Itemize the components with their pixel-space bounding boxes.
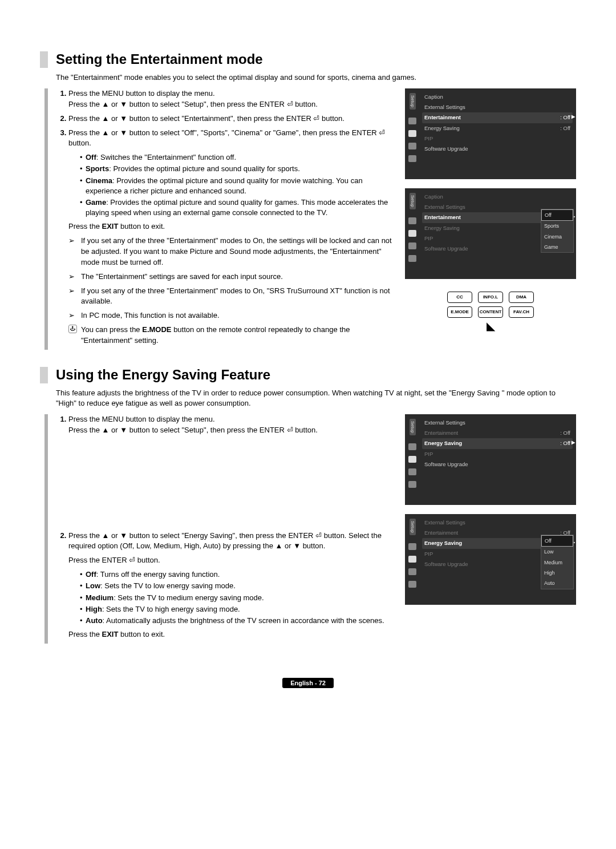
energy-dropdown[interactable]: OffLowMediumHighAuto [541,535,574,589]
osd-icon [408,581,416,588]
menu-row[interactable]: External Settings [422,102,573,112]
s1-note1: If you set any of the three "Entertainme… [68,236,395,268]
dropdown-option[interactable]: Low [541,547,573,557]
s2-step2b: Press the ENTER ⏎ button. [68,555,395,566]
menu-row[interactable]: Energy Saving: Off▶ [422,438,573,448]
s1-note4: In PC mode, This function is not availab… [68,310,395,321]
menu-row[interactable]: Software Upgrade [422,459,573,470]
osd-entertainment-1: Setup CaptionExternal SettingsEntertainm… [405,88,576,179]
osd-icon [408,568,416,575]
osd-icon [408,217,416,224]
menu-row[interactable]: PIP [422,134,573,144]
section1-text: Press the MENU button to display the men… [44,88,395,350]
osd-icon [408,481,416,488]
remote-button-content: CONTENT [478,306,503,318]
s2-bullet-high: High: Sets the TV to high energy saving … [80,604,395,614]
remote-illustration: CCINFO.LDMA E.MODECONTENTFAV.CH ◣ [405,288,576,335]
dropdown-option[interactable]: Off [541,209,573,221]
s1-step1b: Press the ▲ or ▼ button to select "Setup… [68,100,318,108]
osd-icon [408,468,416,475]
osd-icon [408,118,416,124]
menu-row[interactable]: PIP [422,449,573,459]
s1-step3: Press the ▲ or ▼ button to select "Off",… [68,128,385,148]
gear-icon [408,456,416,463]
s2-step1b: Press the ▲ or ▼ button to select "Setup… [68,426,318,434]
s1-bullet-cinema: Cinema: Provides the optimal picture and… [80,176,395,196]
osd1-side-label: Setup [410,93,416,110]
dropdown-option[interactable]: Medium [541,557,573,568]
s1-note2: The "Entertainment" settings are saved f… [68,272,395,282]
menu-row[interactable]: Energy Saving: Off [422,123,573,134]
osd-energy-2: Setup External SettingsEntertainment: Of… [405,514,576,605]
dropdown-option[interactable]: Cinema [541,232,573,242]
menu-row[interactable]: Software Upgrade [422,144,573,154]
s1-note5: You can press the E.MODE button on the r… [68,325,395,346]
remote-button-favch: FAV.CH [509,306,534,318]
s2-bullet-off: Off: Turns off the energy saving functio… [80,569,395,580]
remote-button-emode: E.MODE [447,306,472,318]
s1-step2: Press the ▲ or ▼ button to select "Enter… [68,114,345,123]
dropdown-option[interactable]: High [541,568,573,578]
osd-icon [408,543,416,550]
osd-icon [408,143,416,149]
osd-energy-1: Setup External SettingsEntertainment: Of… [405,414,576,505]
s2-bullet-med: Medium: Sets the TV to medium energy sav… [80,593,395,603]
osd3-side-label: Setup [410,419,416,435]
s1-bullet-off: Off: Switches the "Entertainment" functi… [80,152,395,163]
section2-intro: This feature adjusts the brightness of t… [56,388,576,409]
dropdown-option[interactable]: Auto [541,578,573,588]
s1-exit: Press the EXIT button to exit. [68,221,395,232]
s2-step2: Press the ▲ or ▼ button to select "Energ… [68,531,382,551]
dropdown-option[interactable]: Sports [541,221,573,231]
section2-text: Press the MENU button to display the men… [44,414,395,644]
s2-exit: Press the EXIT button to exit. [68,629,395,640]
menu-row[interactable]: Caption [422,92,573,102]
s1-step1a: Press the MENU button to display the men… [68,89,215,98]
remote-button-cc: CC [447,292,472,303]
gear-icon [408,230,416,237]
osd-icon [408,242,416,249]
pointer-icon: ◣ [487,320,495,331]
remote-button-infol: INFO.L [478,292,503,303]
osd-entertainment-2: Setup CaptionExternal SettingsEntertainm… [405,188,576,279]
osd2-side-label: Setup [410,193,416,209]
s2-bullet-auto: Auto: Automatically adjusts the brightne… [80,616,395,626]
remote-button-dma: DMA [509,292,534,303]
section1-intro: The "Entertainment" mode enables you to … [56,72,576,83]
osd-icon [408,443,416,450]
osd-icon [408,255,416,262]
gear-icon [408,556,416,563]
s2-step1a: Press the MENU button to display the men… [68,415,215,423]
menu-row[interactable]: External Settings [422,518,573,528]
s1-bullet-game: Game: Provides the optimal picture and s… [80,197,395,218]
s2-bullet-low: Low: Sets the TV to low energy saving mo… [80,581,395,591]
osd4-side-label: Setup [410,519,416,535]
menu-row[interactable]: Caption [422,192,573,202]
gear-icon [408,130,416,137]
entertainment-dropdown[interactable]: OffSportsCinemaGame [541,209,574,253]
dropdown-option[interactable]: Game [541,242,573,252]
menu-row[interactable]: External Settings [422,418,573,428]
section1-title: Setting the Entertainment mode [40,51,576,68]
section2-title: Using the Energy Saving Feature [40,367,576,383]
page-footer: English - 72 [282,678,334,688]
osd-icon [408,155,416,162]
menu-row[interactable]: Entertainment: Off▶ [422,112,573,123]
dropdown-option[interactable]: Off [541,535,573,547]
menu-row[interactable]: Entertainment: Off [422,428,573,438]
s1-bullet-sports: Sports: Provides the optimal picture and… [80,164,395,174]
s1-note3: If you set any of the three "Entertainme… [68,286,395,308]
